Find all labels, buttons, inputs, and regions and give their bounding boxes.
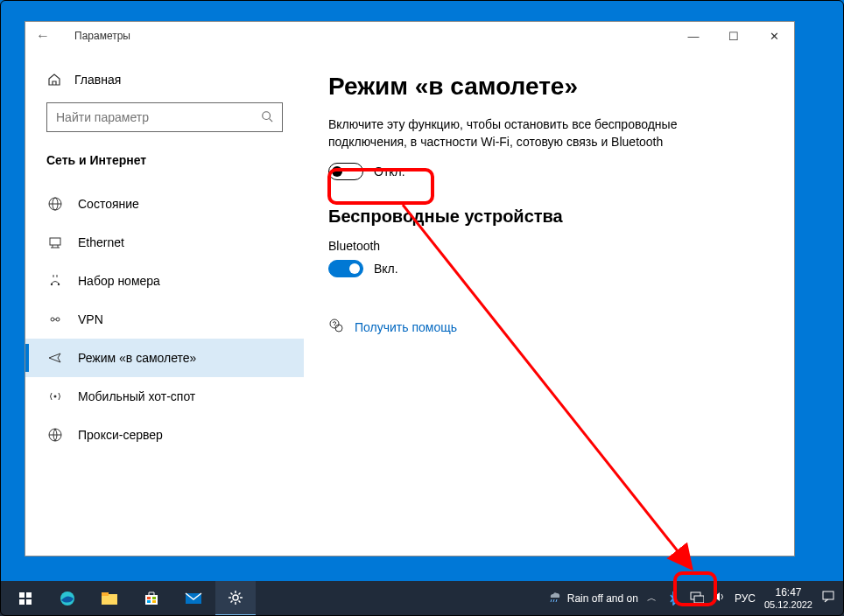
tray-network-icon[interactable] xyxy=(690,591,704,606)
back-button[interactable]: ← xyxy=(25,28,60,44)
window-title: Параметры xyxy=(60,30,673,42)
sidebar-item-dialup[interactable]: Набор номера xyxy=(25,262,304,300)
tray-chevron-icon[interactable]: ︿ xyxy=(647,592,657,605)
svg-line-1 xyxy=(270,118,273,122)
sidebar-item-label: Состояние xyxy=(78,197,139,211)
sidebar-item-label: Режим «в самолете» xyxy=(78,351,196,365)
sidebar-item-label: Набор номера xyxy=(78,274,160,288)
svg-rect-32 xyxy=(152,600,156,603)
titlebar: ← Параметры — ☐ ✕ xyxy=(25,22,794,50)
help-link[interactable]: Получить помощь xyxy=(355,320,457,334)
svg-point-9 xyxy=(51,284,53,285)
sidebar-category: Сеть и Интернет xyxy=(25,148,304,185)
taskbar-settings[interactable] xyxy=(215,581,256,616)
close-button[interactable]: ✕ xyxy=(754,22,794,50)
sidebar-home-label: Главная xyxy=(74,73,121,87)
svg-point-18 xyxy=(330,319,339,328)
svg-rect-24 xyxy=(26,599,32,605)
page-title: Режим «в самолете» xyxy=(328,73,770,101)
bluetooth-label: Bluetooth xyxy=(328,239,770,253)
weather-icon xyxy=(546,589,562,607)
taskbar-mail[interactable] xyxy=(173,581,214,616)
svg-point-13 xyxy=(51,318,54,321)
sidebar-item-label: VPN xyxy=(78,312,103,326)
svg-rect-27 xyxy=(102,592,109,596)
airplane-icon xyxy=(46,349,64,367)
start-button[interactable] xyxy=(5,581,46,616)
svg-rect-5 xyxy=(50,238,60,245)
system-tray: ︿ РУС xyxy=(647,591,756,606)
sidebar-item-hotspot[interactable]: Мобильный хот-спот xyxy=(25,377,304,416)
weather-text: Rain off and on xyxy=(567,592,638,605)
sidebar-item-ethernet[interactable]: Ethernet xyxy=(25,223,304,262)
minimize-button[interactable]: — xyxy=(673,22,714,50)
maximize-button[interactable]: ☐ xyxy=(714,22,754,50)
svg-line-37 xyxy=(556,599,557,602)
taskbar-explorer[interactable] xyxy=(89,581,130,616)
svg-line-36 xyxy=(553,599,554,602)
help-icon xyxy=(328,318,344,337)
airplane-toggle-row: Откл. xyxy=(328,163,770,180)
sidebar-item-label: Ethernet xyxy=(78,235,124,249)
search-field[interactable] xyxy=(56,110,261,124)
home-icon xyxy=(46,73,62,87)
proxy-icon xyxy=(46,426,64,444)
svg-point-34 xyxy=(233,595,238,600)
svg-rect-28 xyxy=(145,595,158,605)
airplane-toggle-state: Откл. xyxy=(374,164,405,178)
sidebar-item-vpn[interactable]: VPN xyxy=(25,300,304,339)
window-controls: — ☐ ✕ xyxy=(673,22,794,50)
svg-rect-31 xyxy=(147,600,151,603)
sidebar-item-airplane[interactable]: Режим «в самолете» xyxy=(25,339,304,377)
taskbar-edge[interactable] xyxy=(47,581,88,616)
svg-rect-29 xyxy=(147,597,151,599)
taskbar: Rain off and on ︿ РУС 16:47 05.12.2022 xyxy=(0,581,844,616)
main-content: Режим «в самолете» Включите эту функцию,… xyxy=(304,50,794,556)
bluetooth-toggle-row: Вкл. xyxy=(328,260,770,277)
svg-point-0 xyxy=(263,111,271,119)
svg-point-16 xyxy=(54,396,57,398)
dialup-icon xyxy=(46,272,64,290)
svg-rect-40 xyxy=(823,592,833,599)
tray-bluetooth-icon[interactable] xyxy=(665,591,681,606)
clock-time: 16:47 xyxy=(764,586,812,598)
globe-icon xyxy=(46,195,64,213)
vpn-icon xyxy=(46,311,64,328)
svg-line-35 xyxy=(551,599,552,602)
help-row: Получить помощь xyxy=(328,318,770,337)
svg-point-14 xyxy=(56,318,60,321)
wireless-heading: Беспроводные устройства xyxy=(328,206,770,227)
tray-language[interactable]: РУС xyxy=(735,592,756,605)
tray-volume-icon[interactable] xyxy=(713,591,726,606)
svg-rect-39 xyxy=(694,596,704,603)
tray-notifications-icon[interactable] xyxy=(821,590,835,606)
taskbar-clock[interactable]: 16:47 05.12.2022 xyxy=(764,586,812,611)
sidebar-item-status[interactable]: Состояние xyxy=(25,185,304,223)
svg-rect-22 xyxy=(26,592,32,598)
sidebar-item-label: Мобильный хот-спот xyxy=(78,389,195,403)
sidebar-item-label: Прокси-сервер xyxy=(78,428,163,442)
sidebar-home[interactable]: Главная xyxy=(25,66,304,94)
taskbar-store[interactable] xyxy=(131,581,172,616)
page-description: Включите эту функцию, чтобы остановить в… xyxy=(328,116,696,150)
svg-rect-30 xyxy=(152,597,156,599)
hotspot-icon xyxy=(46,388,64,405)
svg-rect-23 xyxy=(19,599,25,605)
sidebar-item-proxy[interactable]: Прокси-сервер xyxy=(25,416,304,454)
svg-point-10 xyxy=(58,284,60,285)
settings-window: ← Параметры — ☐ ✕ Главная xyxy=(25,21,795,556)
search-icon xyxy=(261,110,273,125)
clock-date: 05.12.2022 xyxy=(764,599,812,611)
taskbar-weather[interactable]: Rain off and on xyxy=(546,589,638,607)
bluetooth-toggle[interactable] xyxy=(328,260,363,277)
sidebar: Главная Сеть и Интернет Состояние xyxy=(25,50,304,556)
sidebar-nav: Состояние Ethernet Набор номера VPN Режи… xyxy=(25,185,304,454)
search-input[interactable] xyxy=(46,102,283,132)
bluetooth-toggle-state: Вкл. xyxy=(374,262,398,276)
airplane-toggle[interactable] xyxy=(328,163,363,180)
svg-rect-21 xyxy=(19,592,25,598)
ethernet-icon xyxy=(46,234,64,251)
